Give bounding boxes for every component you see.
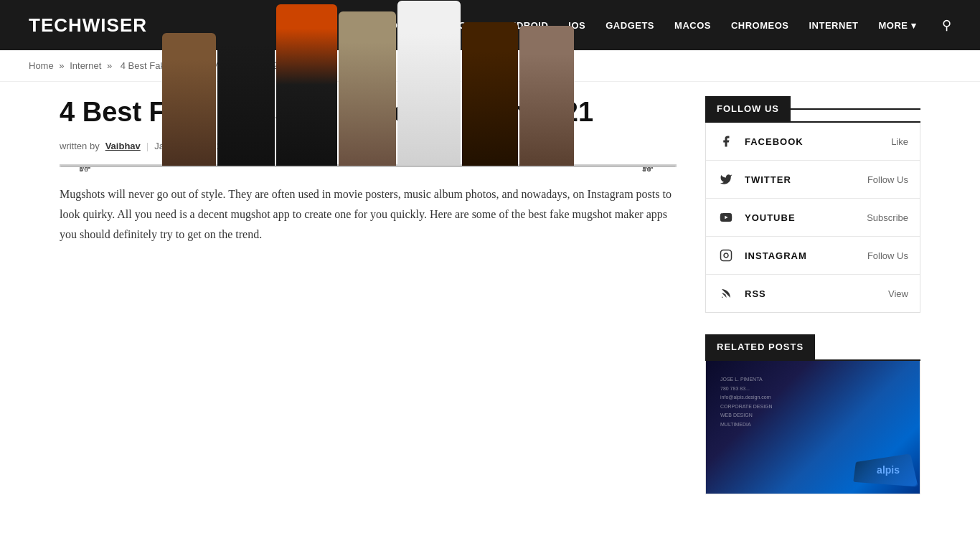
rss-label: RSS: [745, 288, 766, 299]
nav-gadgets[interactable]: GADGETS: [606, 20, 654, 31]
facebook-label: FACEBOOK: [745, 136, 804, 147]
card-text: JOSE L. PIMENTA 780 783 83... info@alpis…: [720, 375, 773, 430]
nav-internet[interactable]: INTERNET: [809, 20, 859, 31]
facebook-action: Like: [891, 136, 908, 147]
twitter-action: Follow Us: [867, 174, 908, 185]
site-logo[interactable]: TECHWISER: [29, 14, 147, 37]
breadcrumb-sep1: »: [59, 60, 64, 71]
youtube-label: YOUTUBE: [745, 212, 796, 223]
follow-us-header: FOLLOW US: [705, 96, 920, 123]
search-icon[interactable]: ⚲: [942, 17, 951, 33]
figure-7: [519, 26, 574, 166]
chevron-down-icon: ▾: [911, 20, 917, 31]
twitter-label: TWITTER: [745, 174, 791, 185]
instagram-label: INSTAGRAM: [745, 250, 807, 261]
breadcrumb-internet[interactable]: Internet: [70, 60, 101, 71]
social-twitter[interactable]: TWITTER Follow Us: [706, 161, 920, 199]
meta-divider: |: [146, 141, 149, 151]
social-youtube[interactable]: YOUTUBE Subscribe: [706, 199, 920, 237]
related-posts-title: RELATED POSTS: [705, 334, 815, 359]
svg-rect-1: [721, 250, 732, 261]
svg-point-3: [722, 297, 723, 298]
related-posts-header: RELATED POSTS: [705, 334, 920, 361]
figure-5: [397, 1, 461, 166]
article-main: 4 Best Fake Mugshot Maker Apps in 2021 w…: [60, 96, 677, 494]
social-rss[interactable]: RSS View: [706, 275, 920, 312]
nav-macos[interactable]: MACOS: [674, 20, 711, 31]
social-instagram[interactable]: INSTAGRAM Follow Us: [706, 237, 920, 275]
figure-4: [339, 11, 396, 166]
rss-action: View: [888, 288, 908, 299]
instagram-action: Follow Us: [867, 250, 908, 261]
follow-us-title: FOLLOW US: [705, 96, 791, 121]
rss-icon: [717, 285, 735, 302]
youtube-icon: [717, 209, 735, 226]
figure-2: [217, 15, 275, 166]
social-list: FACEBOOK Like TWITTER Follow Us: [705, 123, 920, 313]
main-container: 4 Best Fake Mugshot Maker Apps in 2021 w…: [31, 82, 949, 509]
twitter-icon: [717, 171, 735, 188]
written-by-label: written by: [60, 141, 100, 151]
nav-chromeos[interactable]: CHROMEOS: [731, 20, 789, 31]
social-facebook[interactable]: FACEBOOK Like: [706, 123, 920, 161]
breadcrumb-sep2: »: [107, 60, 112, 71]
youtube-action: Subscribe: [867, 212, 908, 223]
figure-3: [276, 4, 337, 166]
header-line: [791, 108, 920, 110]
related-post-image[interactable]: JOSE L. PIMENTA 780 783 83... info@alpis…: [706, 361, 920, 494]
article-paragraph: Mugshots will never go out of style. The…: [60, 184, 677, 245]
nav-more[interactable]: MORE ▾: [879, 20, 917, 31]
instagram-icon: [717, 247, 735, 264]
facebook-icon: [717, 133, 735, 150]
article-body: Mugshots will never go out of style. The…: [60, 184, 677, 245]
article-author[interactable]: Vaibhav: [105, 141, 141, 151]
figure-1: [162, 33, 216, 166]
sidebar: FOLLOW US FACEBOOK Like: [705, 96, 920, 494]
article-featured-image: 6'0"6'0" 5'6"5'6" 5'0"5'0" 4'6"4'6": [60, 164, 677, 167]
related-posts-list: JOSE L. PIMENTA 780 783 83... info@alpis…: [705, 361, 920, 494]
figure-6: [462, 22, 518, 166]
breadcrumb-home[interactable]: Home: [29, 60, 54, 71]
